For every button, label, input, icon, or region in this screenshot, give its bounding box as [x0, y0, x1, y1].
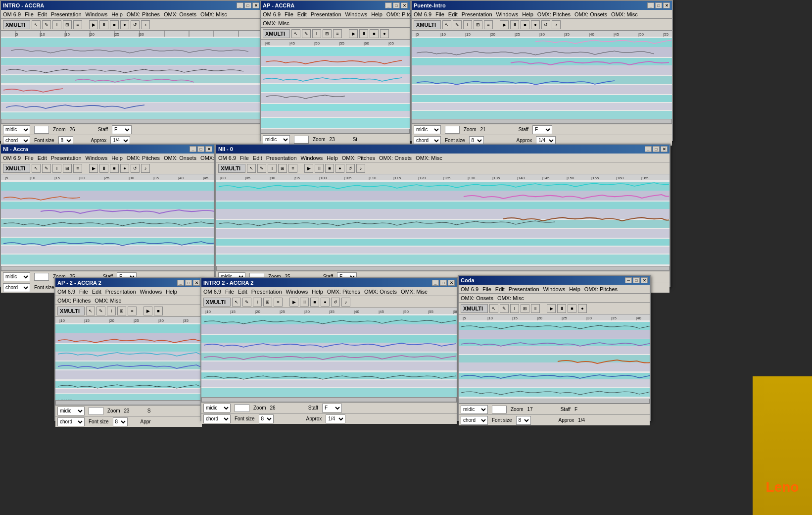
menu-windows[interactable]: Windows	[140, 289, 162, 295]
list-tool[interactable]: ≡	[73, 164, 82, 173]
text-tool[interactable]: I	[52, 20, 61, 29]
menu-presentation[interactable]: Presentation	[462, 11, 492, 17]
window-ap2-accra2[interactable]: AP - 2 - ACCRA 2 _ □ ✕ OM 6.9 File Edit …	[54, 277, 203, 421]
minimize-btn[interactable]: ─	[625, 277, 632, 283]
window-intro2-accra2[interactable]: INTRO 2 - ACCRA 2 _ □ ✕ OM 6.9 File Edit…	[200, 277, 458, 421]
stop-btn[interactable]: ■	[325, 164, 334, 173]
maximize-btn[interactable]: □	[244, 2, 251, 8]
maximize-btn[interactable]: □	[653, 146, 660, 152]
menu-omx-misc[interactable]: OMX: Misc	[263, 20, 289, 26]
pause-btn[interactable]: ⏸	[99, 20, 108, 29]
maximize-btn[interactable]: □	[655, 2, 662, 8]
scroll-bar-h[interactable]	[1, 266, 214, 271]
score-area[interactable]: |5 |10 |15 |20 |25 |30 |35 |40	[459, 314, 650, 404]
cursor-tool[interactable]: ↖	[32, 20, 41, 29]
menu-help[interactable]: Help	[327, 155, 338, 161]
pencil-tool[interactable]: ✎	[302, 29, 311, 38]
close-btn[interactable]: ✕	[205, 146, 212, 152]
cursor-tool[interactable]: ↖	[442, 20, 451, 29]
menu-om[interactable]: OM 6.9	[3, 155, 21, 161]
font-size-select[interactable]: 8	[516, 416, 531, 425]
window-puente-intro[interactable]: Puente-Intro _ □ ✕ OM 6.9 File Edit Pres…	[411, 0, 673, 141]
rewind-btn[interactable]: ↺	[131, 20, 140, 29]
menu-omx-pitches[interactable]: OMX: Pitches	[584, 286, 618, 292]
menu-om[interactable]: OM 6.9	[218, 155, 236, 161]
score-area[interactable]: |80 |85 |90 |95 |100 |105 |110 |115 |120…	[216, 174, 669, 271]
menu-omx-pitches[interactable]: OMX: Pitches	[57, 298, 91, 304]
play-btn[interactable]: ▶	[547, 304, 556, 313]
close-btn[interactable]: ✕	[663, 2, 670, 8]
menu-omx-pitches[interactable]: OMX: Pitches	[342, 155, 375, 161]
window-intro-accra[interactable]: INTRO - ACCRA _ □ ✕ OM 6.9 File Edit Pre…	[0, 0, 262, 141]
pencil-tool[interactable]: ✎	[257, 164, 266, 173]
menu-help[interactable]: Help	[522, 11, 533, 17]
staff-select[interactable]: F	[532, 125, 552, 134]
score-area[interactable]: |40 |45 |50 |55 |60 |65 Dur	[261, 40, 410, 134]
menu-omx-onsets[interactable]: OMX: Onsets	[364, 289, 397, 295]
menu-help[interactable]: Help	[312, 289, 323, 295]
pencil-tool[interactable]: ✎	[42, 20, 51, 29]
window-ni-accra[interactable]: NI - Accra _ □ ✕ OM 6.9 File Edit Presen…	[0, 144, 215, 287]
menu-help[interactable]: Help	[166, 289, 177, 295]
record-btn[interactable]: ●	[578, 304, 587, 313]
minimize-btn[interactable]: _	[177, 280, 184, 286]
menu-help[interactable]: Help	[111, 155, 123, 161]
rewind-btn[interactable]: ↺	[131, 164, 140, 173]
menu-omx-onsets[interactable]: OMX: Onsets	[379, 155, 412, 161]
pencil-tool[interactable]: ✎	[242, 298, 251, 307]
stop-btn[interactable]: ■	[310, 298, 319, 307]
play-btn[interactable]: ▶	[89, 164, 98, 173]
menu-edit[interactable]: Edit	[495, 286, 505, 292]
menu-omx-onsets[interactable]: OMX: Onsets	[164, 155, 196, 161]
menu-omx-onsets[interactable]: OMX: Onsets	[164, 11, 196, 17]
maximize-btn[interactable]: □	[393, 2, 400, 8]
score-area[interactable]: |10 |15 |20 |25 |30 |35 |40 |45 |50 |55 …	[201, 308, 457, 402]
pencil-tool[interactable]: ✎	[96, 307, 105, 315]
record-btn[interactable]: ●	[531, 20, 540, 29]
pencil-tool[interactable]: ✎	[42, 164, 51, 173]
record-btn[interactable]: ●	[120, 20, 129, 29]
minimize-btn[interactable]: _	[645, 146, 652, 152]
play-btn[interactable]: ▶	[304, 164, 313, 173]
grid-tool[interactable]: ⊞	[474, 20, 482, 29]
list-tool[interactable]: ≡	[333, 29, 342, 38]
list-tool[interactable]: ≡	[288, 164, 297, 173]
menu-presentation[interactable]: Presentation	[251, 289, 282, 295]
menu-edit[interactable]: Edit	[253, 155, 262, 161]
cursor-tool[interactable]: ↖	[32, 164, 41, 173]
menu-omx-misc[interactable]: OMX: Misc	[401, 289, 428, 295]
minimize-btn[interactable]: _	[647, 2, 654, 8]
menu-edit[interactable]: Edit	[38, 155, 47, 161]
menu-file[interactable]: File	[435, 11, 444, 17]
menu-omx-onsets[interactable]: OMX: Onsets	[461, 295, 493, 301]
menu-file[interactable]: File	[240, 155, 249, 161]
menu-windows[interactable]: Windows	[496, 11, 519, 17]
menu-file[interactable]: File	[225, 289, 234, 295]
list-tool[interactable]: ≡	[531, 304, 540, 313]
pause-btn[interactable]: ⏸	[510, 20, 519, 29]
speaker-btn[interactable]: ♪	[356, 164, 365, 173]
cursor-tool[interactable]: ↖	[489, 304, 498, 313]
menu-om[interactable]: OM 6.9	[3, 11, 21, 17]
stop-btn[interactable]: ■	[154, 307, 163, 315]
window-nii-0[interactable]: NII - 0 _ □ ✕ OM 6.9 File Edit Presentat…	[215, 144, 670, 287]
menu-file[interactable]: File	[482, 286, 491, 292]
menu-help[interactable]: Help	[371, 11, 382, 17]
menu-om[interactable]: OM 6.9	[414, 11, 431, 17]
pause-btn[interactable]: ⏸	[557, 304, 566, 313]
rewind-btn[interactable]: ↺	[346, 164, 355, 173]
play-btn[interactable]: ▶	[500, 20, 509, 29]
menu-presentation[interactable]: Presentation	[509, 286, 539, 292]
menu-edit[interactable]: Edit	[92, 289, 101, 295]
pencil-tool[interactable]: ✎	[500, 304, 509, 313]
list-tool[interactable]: ≡	[128, 307, 137, 315]
mode2-select[interactable]: chord	[3, 283, 30, 292]
minimize-btn[interactable]: _	[385, 2, 392, 8]
grid-tool[interactable]: ⊞	[63, 164, 72, 173]
grid-tool[interactable]: ⊞	[323, 29, 332, 38]
menu-windows[interactable]: Windows	[86, 155, 108, 161]
record-btn[interactable]: ●	[321, 298, 330, 307]
close-btn[interactable]: ✕	[252, 2, 259, 8]
menu-edit[interactable]: Edit	[38, 11, 47, 17]
menu-presentation[interactable]: Presentation	[311, 11, 341, 17]
